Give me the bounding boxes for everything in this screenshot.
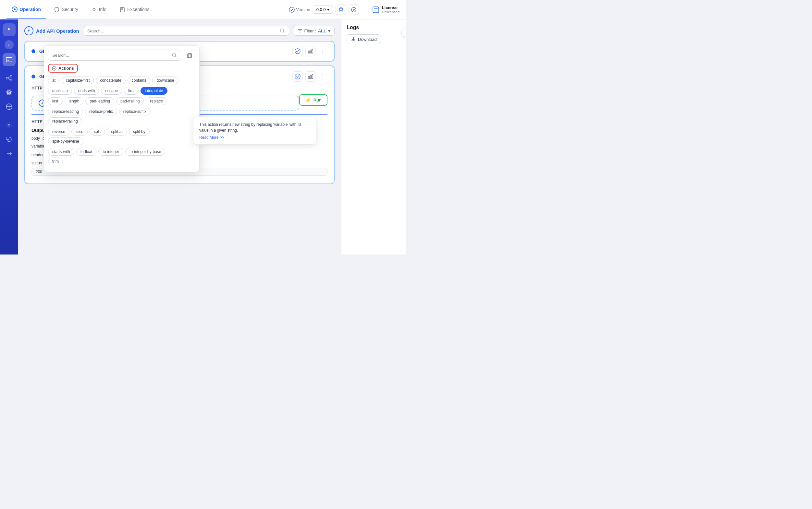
tag-trim[interactable]: trim xyxy=(48,158,63,165)
svg-point-1 xyxy=(13,8,15,10)
tag-replace-suffix[interactable]: replace-suffix xyxy=(119,108,151,115)
actions-dropdown: Actions at capitalize-first concatenate … xyxy=(44,45,199,172)
run-button[interactable]: ⚡ Run xyxy=(299,94,327,106)
main-search-input[interactable] xyxy=(87,29,277,33)
sidebar-item-api[interactable] xyxy=(3,53,15,66)
tag-starts-with[interactable]: starts-with xyxy=(48,148,74,156)
api-chart-btn-2[interactable] xyxy=(305,71,316,82)
tag-split[interactable]: split xyxy=(90,128,105,136)
svg-point-17 xyxy=(6,77,8,79)
api-chart-btn-1[interactable] xyxy=(305,46,316,57)
add-version-btn[interactable] xyxy=(349,4,359,15)
svg-rect-39 xyxy=(312,49,313,53)
run-icon: ⚡ xyxy=(305,97,312,103)
node-icon xyxy=(5,103,13,110)
export-icon xyxy=(5,150,13,157)
svg-point-5 xyxy=(289,7,294,12)
tag-length[interactable]: length xyxy=(65,97,84,105)
tab-info[interactable]: Info xyxy=(86,0,112,19)
sidebar: ᶜ › xyxy=(0,20,18,254)
svg-point-31 xyxy=(280,29,284,32)
body-label: body xyxy=(31,136,40,141)
tag-replace-prefix[interactable]: replace-prefix xyxy=(85,108,117,115)
main-search-bar[interactable] xyxy=(83,26,289,36)
tag-slice[interactable]: slice xyxy=(71,128,88,136)
tag-reverse[interactable]: reverse xyxy=(48,128,69,136)
sidebar-item-flow[interactable] xyxy=(3,72,15,84)
api-check-btn-2[interactable] xyxy=(292,71,303,82)
tab-operation[interactable]: Operation xyxy=(6,0,46,19)
filter-button[interactable]: Filter : ALL ▾ xyxy=(293,26,335,36)
tag-escape[interactable]: escape xyxy=(101,87,122,95)
tab-security[interactable]: Security xyxy=(49,0,84,19)
sidebar-item-history[interactable] xyxy=(3,133,15,146)
api-more-btn-1[interactable]: ⋮ xyxy=(318,47,327,56)
tag-split-by-newline[interactable]: split-by-newline xyxy=(48,137,84,145)
tag-cloud-row1: at capitalize-first concatenate contains… xyxy=(48,76,181,84)
sidebar-item-settings[interactable] xyxy=(3,118,15,132)
tag-to-integer-by-base[interactable]: to-integer-by-base xyxy=(125,148,165,156)
tag-cloud-row6: starts-with to-float to-integer to-integ… xyxy=(48,148,181,165)
svg-point-25 xyxy=(8,92,10,93)
sidebar-divider-1 xyxy=(4,69,14,69)
info-tab-label: Info xyxy=(99,7,106,12)
tag-to-float[interactable]: to-float xyxy=(76,148,97,156)
svg-point-40 xyxy=(295,74,300,79)
version-select[interactable]: 0.0.0 ▾ xyxy=(313,5,333,13)
tag-split-at[interactable]: split-at xyxy=(107,128,127,136)
content-area: + Add API Operation Filt xyxy=(18,20,406,254)
tag-replace-trailing[interactable]: replace-trailing xyxy=(48,117,82,125)
tag-concatenate[interactable]: concatenate xyxy=(96,76,125,84)
sidebar-item-export[interactable] xyxy=(3,147,15,160)
tag-duplicate[interactable]: duplicate xyxy=(48,87,72,95)
interpolate-tooltip: This action returns new string by replac… xyxy=(193,117,316,145)
tag-at[interactable]: at xyxy=(48,76,60,84)
tag-split-by[interactable]: split-by xyxy=(129,128,150,136)
tag-replace-leading[interactable]: replace-leading xyxy=(48,108,83,115)
tag-ends-with[interactable]: ends-with xyxy=(74,87,99,95)
download-button[interactable]: Download xyxy=(347,34,381,44)
tag-replace[interactable]: replace xyxy=(146,97,167,105)
search-icon xyxy=(280,28,285,33)
operation-tab-label: Operation xyxy=(20,7,41,12)
add-api-icon: + xyxy=(24,26,33,35)
flow-icon xyxy=(5,75,13,82)
svg-rect-14 xyxy=(6,57,12,62)
tag-downcase[interactable]: downcase xyxy=(152,76,178,84)
api-more-btn-2[interactable]: ⋮ xyxy=(318,72,327,81)
copy-icon xyxy=(338,7,343,12)
api-check-btn-1[interactable] xyxy=(292,46,303,57)
read-more-link[interactable]: Read More >> xyxy=(199,135,310,140)
tag-capitalize-first[interactable]: capitalize-first xyxy=(62,76,94,84)
tag-contains[interactable]: contains xyxy=(128,76,151,84)
tag-last[interactable]: last xyxy=(48,97,63,105)
dropdown-search[interactable] xyxy=(48,49,181,61)
version-section: Version 0.0.0 ▾ xyxy=(289,4,358,15)
tag-interpolate[interactable]: interpolate xyxy=(140,87,167,95)
svg-line-21 xyxy=(8,78,10,80)
sidebar-toggle[interactable]: › xyxy=(4,40,13,49)
tag-pad-trailing[interactable]: pad-trailing xyxy=(116,97,144,105)
sidebar-item-node[interactable] xyxy=(3,100,15,113)
logs-expand-button[interactable]: › xyxy=(402,28,406,37)
history-icon xyxy=(5,136,13,143)
tag-cloud-row2: duplicate ends-with escape first interpo… xyxy=(48,87,181,95)
main-panel: + Add API Operation Filt xyxy=(18,20,341,254)
check-icon-2 xyxy=(295,74,301,79)
tag-to-integer[interactable]: to-integer xyxy=(98,148,123,156)
copy-version-btn[interactable] xyxy=(336,4,346,15)
settings-icon xyxy=(5,122,13,129)
clipboard-button[interactable] xyxy=(184,49,195,61)
dropdown-search-input[interactable] xyxy=(52,53,169,58)
api-card-dot-2 xyxy=(31,75,35,78)
exceptions-icon xyxy=(119,6,125,12)
api-card-actions-1: ⋮ xyxy=(292,46,327,57)
sidebar-item-atom[interactable] xyxy=(3,86,15,99)
tag-pad-leading[interactable]: pad-leading xyxy=(85,97,114,105)
atom-icon xyxy=(5,89,13,96)
add-api-button[interactable]: + Add API Operation xyxy=(24,26,79,35)
svg-point-29 xyxy=(8,124,10,126)
svg-rect-42 xyxy=(310,75,311,78)
tab-exceptions[interactable]: Exceptions xyxy=(114,0,154,19)
tag-first[interactable]: first xyxy=(124,87,138,95)
